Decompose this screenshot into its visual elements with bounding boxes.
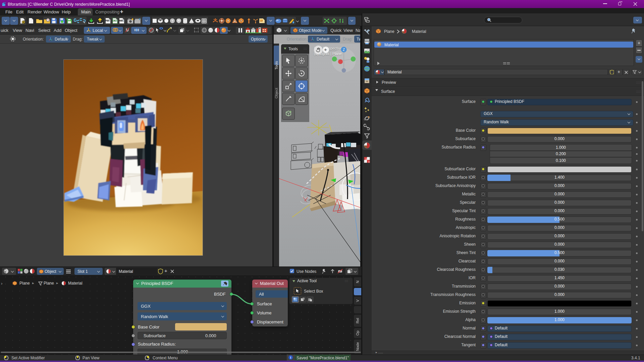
svg-text:Z: Z [343, 48, 345, 52]
